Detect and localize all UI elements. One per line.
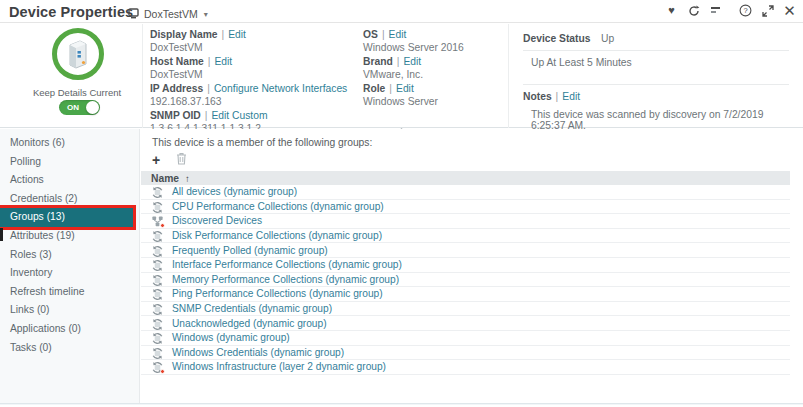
group-row[interactable]: All devices (dynamic group) [141,185,790,200]
close-icon[interactable]: ✕ [783,4,796,17]
dialog-header: Device Properties DoxTestVM ▾ ♥ ? ✕ [0,0,803,23]
dynamic-group-icon [151,317,164,330]
dynamic-group-icon [151,331,164,344]
group-link[interactable]: Ping Performance Collections (dynamic gr… [172,288,383,299]
group-row[interactable]: Interface Performance Collections (dynam… [141,258,790,273]
field-host-name: Host Name|EditDoxTestVM [150,56,362,80]
edit-link[interactable]: Edit [389,29,407,40]
discovered-devices-icon [151,214,164,227]
toggle-state-label: ON [67,103,79,112]
sort-ascending-icon[interactable]: ↑ [185,173,190,184]
toggle-knob [86,101,99,114]
edit-link[interactable]: Edit [214,56,232,67]
details-column-status: Device Status Up Up At Least 5 Minutes N… [508,24,803,128]
device-status-label: Device Status [523,33,601,44]
field-header: OS|Edit [363,29,508,41]
separator: | [389,83,392,94]
heart-icon[interactable]: ♥ [665,4,678,17]
dynamic-group-icon [151,244,164,257]
field-ip-address: IP Address|Configure Network Interfaces1… [150,83,362,107]
chevron-down-icon: ▾ [204,10,208,19]
dynamic-group-icon [151,302,164,315]
field-label: Brand [363,56,393,67]
keep-details-current-toggle[interactable]: ON [59,100,100,115]
group-row[interactable]: Windows Infrastructure (layer 2 dynamic … [141,360,790,375]
group-link[interactable]: Discovered Devices [172,215,262,226]
edit-link[interactable]: Edit [228,29,246,40]
sidebar-item-inventory[interactable]: Inventory [0,264,139,283]
device-properties-dialog: Device Properties DoxTestVM ▾ ♥ ? ✕ [0,0,803,407]
name-column-header[interactable]: Name [151,173,179,184]
groups-table: Name ↑ All devices (dynamic group)CPU Pe… [141,171,790,375]
help-icon[interactable]: ? [739,4,752,17]
sidebar-item-credentials[interactable]: Credentials (2) [0,190,139,209]
group-link[interactable]: CPU Performance Collections (dynamic gro… [172,201,384,212]
keep-details-current-label: Keep Details Current [0,87,154,98]
group-link[interactable]: Interface Performance Collections (dynam… [172,259,402,270]
field-value: Windows Server 2016 [363,42,508,54]
device-selector[interactable]: DoxTestVM ▾ [128,5,208,23]
edit-notes-link[interactable]: Edit [562,91,580,102]
sidebar-item-roles[interactable]: Roles (3) [0,246,139,265]
expand-icon[interactable] [761,4,774,17]
add-group-icon[interactable]: + [152,153,160,167]
details-column-left: Display Name|EditDoxTestVMHost Name|Edit… [150,29,362,137]
device-up-status-ring [52,28,104,80]
sidebar-item-actions[interactable]: Actions [0,171,139,190]
sidebar-item-monitors[interactable]: Monitors (6) [0,134,139,153]
field-value: DoxTestVM [150,69,362,81]
field-label: SNMP OID [150,110,201,121]
group-link[interactable]: Unacknowledged (dynamic group) [172,318,327,329]
group-row[interactable]: Unacknowledged (dynamic group) [141,316,790,331]
groups-toolbar: + [152,153,803,167]
group-row[interactable]: Memory Performance Collections (dynamic … [141,273,790,288]
group-row[interactable]: SNMP Credentials (dynamic group) [141,302,790,317]
properties-sidebar: Monitors (6)PollingActionsCredentials (2… [0,129,140,405]
group-row[interactable]: Ping Performance Collections (dynamic gr… [141,287,790,302]
field-header: Role|Edit [363,83,508,95]
sidebar-item-applications[interactable]: Applications (0) [0,320,139,339]
groups-table-header: Name ↑ [141,171,790,185]
groups-panel: This device is a member of the following… [141,129,803,405]
configure-network-interfaces-link[interactable]: Configure Network Interfaces [214,83,347,94]
group-link[interactable]: Windows (dynamic group) [172,332,290,343]
group-link[interactable]: SNMP Credentials (dynamic group) [172,303,332,314]
page-edge [0,403,803,405]
group-link[interactable]: All devices (dynamic group) [172,186,297,197]
refresh-icon[interactable] [687,4,700,17]
sidebar-item-links[interactable]: Links (0) [0,301,139,320]
group-link[interactable]: Windows Infrastructure (layer 2 dynamic … [172,361,386,372]
dynamic-group-icon [151,273,164,286]
group-row[interactable]: Windows (dynamic group) [141,331,790,346]
group-row[interactable]: Discovered Devices [141,214,790,229]
field-label: Display Name [150,29,218,40]
edit-link[interactable]: Edit [403,56,421,67]
group-link[interactable]: Memory Performance Collections (dynamic … [172,274,399,285]
device-selector-label: DoxTestVM [144,8,198,20]
field-value: DoxTestVM [150,42,362,54]
sidebar-item-tasks[interactable]: Tasks (0) [0,339,139,358]
sidebar-item-polling[interactable]: Polling [0,153,139,172]
sidebar-item-refresh-timeline[interactable]: Refresh timeline [0,283,139,302]
group-row[interactable]: Disk Performance Collections (dynamic gr… [141,229,790,244]
dialog-body: Monitors (6)PollingActionsCredentials (2… [0,129,803,405]
group-link[interactable]: Disk Performance Collections (dynamic gr… [172,230,382,241]
report-icon[interactable] [709,4,722,17]
sidebar-item-groups[interactable]: Groups (13) [0,208,133,227]
dynamic-group-icon [151,258,164,271]
group-link[interactable]: Frequently Polled (dynamic group) [172,245,328,256]
group-row[interactable]: Frequently Polled (dynamic group) [141,243,790,258]
collapse-details-chevron[interactable] [396,120,407,126]
notes-text: This device was scanned by discovery on … [523,109,789,131]
edit-link[interactable]: Edit [396,83,414,94]
separator: | [205,110,208,121]
sidebar-item-attributes[interactable]: Attributes (19) [0,227,139,246]
group-link[interactable]: Windows Credentials (dynamic group) [172,347,344,358]
group-row[interactable]: CPU Performance Collections (dynamic gro… [141,200,790,215]
group-row[interactable]: Windows Credentials (dynamic group) [141,346,790,361]
delete-group-icon[interactable] [176,151,187,169]
device-icon [128,5,139,23]
edit-custom-link[interactable]: Edit Custom [211,110,267,121]
dynamic-group-icon [151,360,164,373]
field-label: OS [363,29,378,40]
